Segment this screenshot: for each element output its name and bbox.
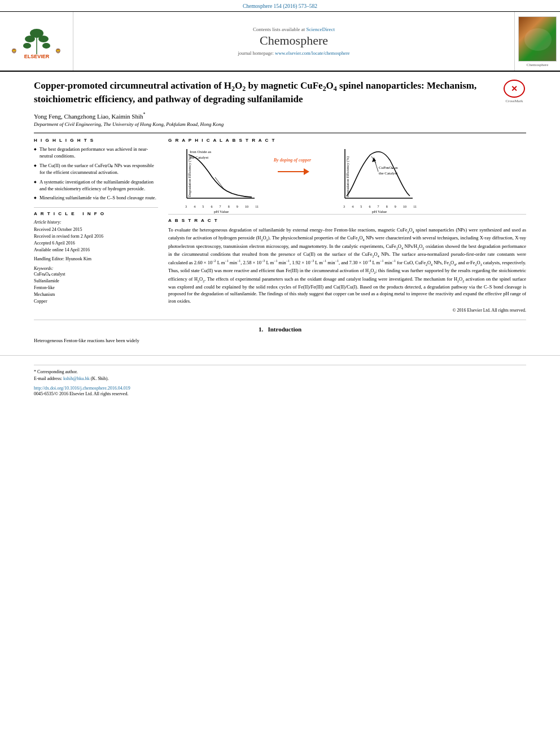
chart1-area: Degradation Efficiency (%) Iron Oxide as…	[168, 146, 259, 208]
left-column: H I G H L I G H T S The best degradation…	[34, 138, 158, 313]
keywords-label: Keywords:	[34, 266, 158, 271]
crossmark-label: CrossMark	[505, 99, 523, 103]
journal-homepage-label: journal homepage: www.elsevier.com/locat…	[238, 50, 349, 56]
chart2-svg: CuFe₂O₄ as the Catalyst	[342, 146, 415, 203]
homepage-prefix: journal homepage:	[238, 50, 274, 56]
authors-list: Yong Feng, Changzhong Liao, Kaimin Shih*	[34, 112, 526, 120]
journal-ref-text: Chemosphere 154 (2016) 573–582	[243, 3, 317, 9]
keyword-5: Copper	[34, 298, 158, 305]
highlight-item-3: A systematic investigation of the sulfan…	[34, 179, 158, 193]
email-suffix: (K. Shih).	[91, 376, 109, 381]
keyword-4: Mechanism	[34, 291, 158, 298]
intro-body-text: Heterogeneous Fenton-like reactions have…	[34, 337, 526, 344]
chart2-wrapper: Degradation Efficiency (%) CuFe₂O	[326, 146, 417, 208]
chart2-x-label: pH Value	[342, 209, 417, 214]
intro-section-title: 1. Introduction	[34, 326, 526, 333]
svg-text:the Catalyst: the Catalyst	[379, 171, 397, 176]
chart1-wrapper: Degradation Efficiency (%) Iron Oxide as…	[168, 146, 259, 208]
copyright-notice: © 2016 Elsevier Ltd. All rights reserved…	[168, 308, 526, 313]
article-info-section: A R T I C L E I N F O Article history: R…	[34, 207, 158, 305]
right-column: G R A P H I C A L A B S T R A C T Degrad…	[168, 138, 526, 313]
graphical-abstract-section: G R A P H I C A L A B S T R A C T Degrad…	[168, 138, 526, 208]
right-arrow-icon	[275, 165, 309, 178]
email-footnote: E-mail address: kshih@hku.hk (K. Shih).	[34, 375, 526, 382]
svg-point-3	[25, 36, 35, 42]
journal-thumb-label: Chemosphere	[527, 63, 549, 67]
graphical-abstract-heading: G R A P H I C A L A B S T R A C T	[168, 138, 526, 143]
journal-thumbnail-area: Chemosphere	[515, 12, 560, 71]
svg-text:🦁: 🦁	[11, 48, 17, 54]
abstract-section: A B S T R A C T To evaluate the heteroge…	[168, 218, 526, 313]
chart1-svg: Iron Oxide as the Catalyst	[184, 146, 257, 203]
intro-first-sentence: Heterogeneous Fenton-like reactions have…	[34, 338, 139, 343]
chart2-container: Degradation Efficiency (%) CuFe₂O	[326, 146, 417, 208]
journal-name-display: Chemosphere	[260, 33, 328, 48]
highlights-heading: H I G H L I G H T S	[34, 138, 158, 143]
svg-point-6	[42, 43, 50, 49]
svg-line-14	[215, 177, 224, 189]
svg-marker-16	[304, 168, 309, 175]
article-info-heading: A R T I C L E I N F O	[34, 211, 158, 216]
journal-reference: Chemosphere 154 (2016) 573–582	[0, 0, 560, 12]
keyword-2: Sulfanilamide	[34, 278, 158, 285]
affiliation-text: Department of Civil Engineering, The Uni…	[34, 121, 526, 127]
svg-point-4	[38, 36, 49, 42]
footer-divider	[34, 365, 526, 365]
email-label: E-mail address:	[34, 376, 62, 381]
crossmark-badge[interactable]: CrossMark	[502, 80, 526, 103]
keywords-list: CuFe₂O₄ catalyst Sulfanilamide Fenton-li…	[34, 271, 158, 305]
handling-editor: Handling Editor: Hyunook Kim	[34, 256, 158, 263]
svg-point-5	[23, 43, 31, 49]
doping-arrow-text: By doping of copper	[274, 158, 311, 163]
abstract-text: To evaluate the heterogeneous degradatio…	[168, 226, 526, 304]
chart2-x-ticks: 34567891011	[343, 205, 417, 208]
abstract-divider	[168, 214, 526, 215]
highlight-item-2: The Cu(II) on the surface of CuFe₂O₄ NPs…	[34, 163, 158, 176]
accepted-date: Accepted 6 April 2016	[34, 240, 158, 247]
homepage-url-link[interactable]: www.elsevier.com/locate/chemosphere	[275, 50, 350, 56]
available-date: Available online 14 April 2016	[34, 247, 158, 254]
footer-section: * Corresponding author. E-mail address: …	[0, 355, 560, 401]
highlights-list: The best degradation performance was ach…	[34, 146, 158, 202]
by-doping-arrow: By doping of copper	[270, 146, 315, 178]
crossmark-icon	[504, 80, 525, 98]
received-date: Received 24 October 2015	[34, 226, 158, 233]
journal-title-area: Contents lists available at ScienceDirec…	[73, 12, 515, 71]
svg-text:Iron Oxide as: Iron Oxide as	[190, 150, 211, 154]
science-direct-label: Contents lists available at ScienceDirec…	[253, 27, 335, 32]
doi-link[interactable]: http://dx.doi.org/10.1016/j.chemosphere.…	[34, 386, 130, 391]
elsevier-logo-area: 🦁 🦁 ELSEVIER	[0, 12, 73, 71]
keyword-3: Fenton-like	[34, 285, 158, 291]
highlights-section: H I G H L I G H T S The best degradation…	[34, 138, 158, 202]
section-title-text: Introduction	[268, 326, 301, 333]
journal-cover-image	[518, 16, 557, 62]
article-title-section: CrossMark Copper-promoted circumneutral …	[0, 72, 560, 127]
article-title: Copper-promoted circumneutral activation…	[34, 80, 526, 106]
highlight-item-4: Mineralizing sulfanilamide via the C–S b…	[34, 195, 158, 202]
doi-line: http://dx.doi.org/10.1016/j.chemosphere.…	[34, 385, 526, 391]
corresponding-label: * Corresponding author.	[34, 369, 78, 374]
elsevier-logo-icon: 🦁 🦁 ELSEVIER	[6, 23, 68, 60]
abstract-heading: A B S T R A C T	[168, 218, 526, 223]
science-direct-link[interactable]: ScienceDirect	[307, 27, 335, 32]
chart1-container: Degradation Efficiency (%) Iron Oxide as…	[168, 146, 259, 208]
svg-text:ELSEVIER: ELSEVIER	[24, 54, 49, 59]
main-content-columns: H I G H L I G H T S The best degradation…	[0, 133, 560, 313]
svg-text:🦁: 🦁	[55, 48, 61, 54]
chart-area-container: Degradation Efficiency (%) Iron Oxide as…	[168, 146, 526, 208]
section-number: 1.	[259, 326, 263, 333]
revised-date: Received in revised form 2 April 2016	[34, 233, 158, 240]
science-direct-prefix: Contents lists available at	[253, 27, 305, 32]
highlight-item-1: The best degradation performance was ach…	[34, 146, 158, 160]
article-history-label: Article history:	[34, 220, 158, 225]
svg-text:CuFe₂O₄ as: CuFe₂O₄ as	[379, 165, 398, 170]
issn-line: 0045-6535/© 2016 Elsevier Ltd. All right…	[34, 391, 526, 397]
chart1-x-label: pH Value	[184, 209, 259, 214]
svg-text:the Catalyst: the Catalyst	[190, 155, 208, 160]
chart1-x-ticks: 34567891011	[185, 205, 259, 208]
introduction-section: 1. Introduction Heterogeneous Fenton-lik…	[0, 320, 560, 344]
corresponding-author-note: * Corresponding author.	[34, 369, 526, 375]
email-link[interactable]: kshih@hku.hk	[63, 376, 90, 381]
chart2-area: Degradation Efficiency (%) CuFe₂O	[326, 146, 417, 208]
journal-header: 🦁 🦁 ELSEVIER Contents lists available at…	[0, 12, 560, 72]
